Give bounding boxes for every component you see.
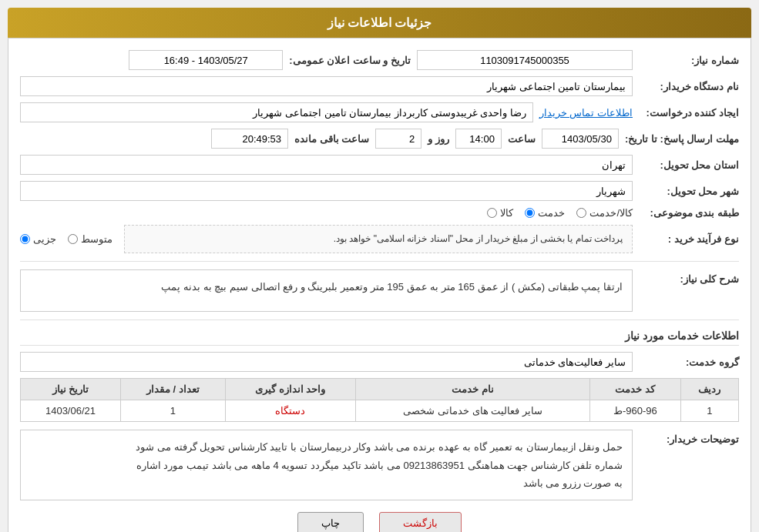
category-goods-service-label: کالا/خدمت [589, 207, 633, 219]
cell-name: سایر فعالیت های خدماتی شخصی [355, 400, 589, 422]
back-button[interactable]: بازگشت [379, 512, 462, 532]
response-deadline-label: مهلت ارسال پاسخ: تا تاریخ: [625, 133, 739, 145]
need-number-input[interactable] [417, 50, 633, 70]
cell-code: 960-96-ط [590, 400, 680, 422]
purchase-medium-label: متوسط [81, 233, 113, 245]
buyer-name-label: نام دستگاه خریدار: [639, 81, 739, 92]
buyer-desc-label: توضیحات خریدار: [639, 430, 739, 445]
need-desc-label: شرح کلی نیاز: [639, 269, 739, 285]
category-service-radio[interactable] [525, 208, 535, 218]
purchase-type-radio-group: پرداخت تمام یا بخشی از مبلغ خریدار از مح… [20, 225, 633, 253]
col-date: تاریخ نیاز [21, 379, 121, 400]
col-row: ردیف [680, 379, 738, 400]
cell-qty: 1 [120, 400, 225, 422]
requester-input [20, 102, 533, 122]
cell-unit: دستگاه [225, 400, 355, 422]
category-radio-group: کالا/خدمت خدمت کالا [20, 207, 633, 219]
city-label: شهر محل تحویل: [639, 186, 739, 197]
category-label: طبقه بندی موضوعی: [639, 207, 739, 219]
cell-row: 1 [680, 400, 738, 422]
province-input[interactable] [20, 155, 633, 175]
category-service-label: خدمت [538, 207, 565, 219]
announce-label: تاریخ و ساعت اعلان عمومی: [289, 55, 411, 66]
purchase-type-label: نوع فرآیند خرید : [639, 233, 739, 245]
requester-label: ایجاد کننده درخواست: [639, 107, 739, 119]
cell-date: 1403/06/21 [21, 400, 121, 422]
category-goods-label: کالا [500, 207, 513, 219]
buyer-name-input [20, 76, 633, 96]
purchase-medium-radio[interactable] [68, 234, 78, 244]
category-goods-radio[interactable] [487, 208, 497, 218]
response-date-input[interactable] [542, 129, 619, 149]
need-number-label: شماره نیاز: [639, 55, 739, 66]
city-input[interactable] [20, 181, 633, 201]
response-time-label: ساعت [508, 133, 536, 145]
remaining-time-input[interactable] [211, 129, 288, 149]
contact-link[interactable]: اطلاعات تماس خریدار [539, 107, 633, 119]
table-row: 1 960-96-ط سایر فعالیت های خدماتی شخصی د… [21, 400, 739, 422]
col-name: نام خدمت [355, 379, 589, 400]
purchase-partial-label: جزیی [33, 233, 56, 245]
remaining-label: ساعت باقی مانده [294, 133, 369, 145]
services-table: ردیف کد خدمت نام خدمت واحد اندازه گیری ت… [20, 378, 739, 422]
col-code: کد خدمت [590, 379, 680, 400]
need-desc-box: ارتقا پمپ طبقاتی (مکش ) از عمق 165 متر ب… [20, 269, 633, 312]
days-label: روز و [428, 133, 449, 145]
category-goods-service-radio[interactable] [576, 208, 586, 218]
col-unit: واحد اندازه گیری [225, 379, 355, 400]
page-title: جزئیات اطلاعات نیاز [8, 8, 751, 38]
province-label: استان محل تحویل: [639, 159, 739, 171]
announce-input[interactable] [129, 50, 283, 70]
response-time-input[interactable] [455, 129, 502, 149]
divider-2 [20, 320, 739, 320]
service-info-title: اطلاعات خدمات مورد نیاز [20, 330, 739, 346]
buttons-row: بازگشت چاپ [20, 512, 739, 532]
print-button[interactable]: چاپ [297, 512, 364, 532]
service-group-input [20, 352, 633, 372]
purchase-notice: پرداخت تمام یا بخشی از مبلغ خریدار از مح… [124, 225, 633, 253]
col-qty: تعداد / مقدار [120, 379, 225, 400]
divider-1 [20, 261, 739, 262]
days-input[interactable] [375, 129, 421, 149]
purchase-partial-radio[interactable] [20, 234, 30, 244]
buyer-desc-box: حمل ونقل ازبیمارستان به تعمیر گاه به عهد… [20, 430, 633, 500]
service-group-label: گروه خدمت: [639, 356, 739, 368]
